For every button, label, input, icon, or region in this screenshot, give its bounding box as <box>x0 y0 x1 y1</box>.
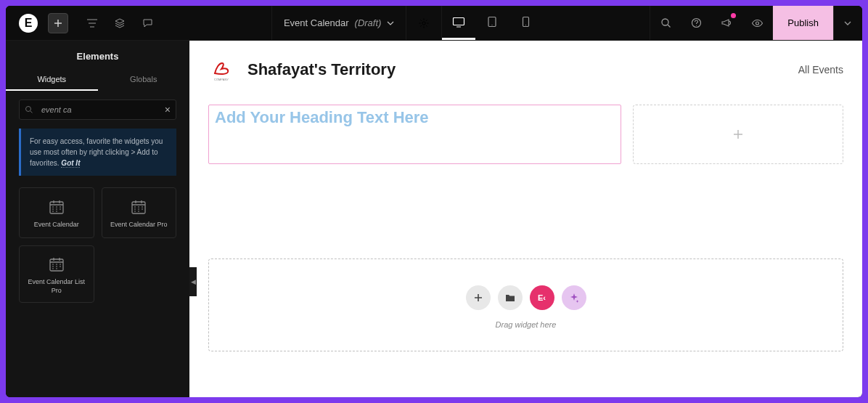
svg-rect-12 <box>50 259 63 271</box>
plus-icon <box>474 293 483 302</box>
device-desktop-tab[interactable] <box>442 6 475 40</box>
device-mobile-tab[interactable] <box>509 6 542 40</box>
svg-point-5 <box>525 25 526 25</box>
megaphone-icon <box>721 17 732 28</box>
site-header: COMPANY Shafayat's Territory All Events <box>208 54 843 83</box>
tablet-icon <box>487 16 497 28</box>
mobile-icon <box>522 16 530 28</box>
svg-rect-11 <box>132 202 145 213</box>
widget-label: Event Calendar Pro <box>110 221 168 229</box>
responsive-tabs <box>442 6 542 40</box>
publish-button[interactable]: Publish <box>772 6 833 40</box>
structure-icon <box>86 18 98 28</box>
help-icon <box>691 17 702 28</box>
svg-point-6 <box>662 19 668 25</box>
drop-hint: Drag widget here <box>496 320 557 329</box>
search-icon <box>660 17 671 28</box>
tip-dismiss-link[interactable]: Got It <box>61 159 80 168</box>
tip-box: For easy access, favorite the widgets yo… <box>19 129 176 176</box>
search-input[interactable] <box>19 99 176 120</box>
svg-point-3 <box>492 25 493 25</box>
elements-sidebar: Elements Widgets Globals × For easy acce… <box>6 41 189 397</box>
elementskit-button[interactable]: E‹ <box>530 285 554 310</box>
eye-icon <box>751 19 763 28</box>
widgets-grid: Event Calendar Event Calendar Pro Event … <box>6 183 189 307</box>
notes-button[interactable] <box>136 13 158 33</box>
topbar-left: E <box>6 13 164 33</box>
sparkle-icon <box>569 293 579 303</box>
chevron-down-icon <box>844 21 851 25</box>
tab-globals[interactable]: Globals <box>98 69 190 91</box>
drop-actions: E‹ <box>466 285 586 310</box>
nav-all-events[interactable]: All Events <box>798 64 843 76</box>
calendar-icon <box>49 199 65 215</box>
elementor-logo[interactable]: E <box>19 14 38 33</box>
preview-button[interactable] <box>742 6 772 40</box>
document-title: Event Calendar <box>284 17 349 28</box>
whats-new-button[interactable] <box>711 6 742 40</box>
site-brand: COMPANY Shafayat's Territory <box>208 57 396 83</box>
document-settings-button[interactable] <box>406 6 442 40</box>
widget-label: Event Calendar <box>34 221 79 229</box>
heading-text: Add Your Heading Text Here <box>215 108 615 127</box>
comment-icon <box>142 18 153 28</box>
canvas-area: COMPANY Shafayat's Territory All Events … <box>189 41 862 397</box>
plus-icon <box>732 129 744 140</box>
publish-options-button[interactable] <box>833 6 862 40</box>
ai-button[interactable] <box>562 285 586 310</box>
heading-widget[interactable]: Add Your Heading Text Here <box>208 105 621 164</box>
calendar-icon <box>49 256 65 272</box>
tab-widgets[interactable]: Widgets <box>6 69 98 91</box>
gear-icon <box>418 17 430 29</box>
folder-icon <box>505 293 515 302</box>
search-wrap: × <box>6 91 189 126</box>
device-tablet-tab[interactable] <box>475 6 509 40</box>
document-status: (Draft) <box>355 17 382 28</box>
svg-text:COMPANY: COMPANY <box>214 78 229 81</box>
canvas-inner: COMPANY Shafayat's Territory All Events … <box>189 41 862 365</box>
structure-button[interactable] <box>81 13 103 33</box>
widget-event-calendar-pro[interactable]: Event Calendar Pro <box>102 187 177 238</box>
clear-search-button[interactable]: × <box>165 104 171 115</box>
widget-event-calendar-list-pro[interactable]: Event Calendar List Pro <box>19 245 94 303</box>
sidebar-tabs: Widgets Globals <box>6 69 189 91</box>
template-library-button[interactable] <box>498 285 523 310</box>
empty-column-add[interactable] <box>633 105 843 164</box>
topbar-center: Event Calendar (Draft) <box>271 6 542 40</box>
calendar-icon <box>131 199 147 215</box>
plus-icon <box>54 19 62 28</box>
notification-dot <box>731 13 736 18</box>
body-wrap: Elements Widgets Globals × For easy acce… <box>6 41 862 397</box>
finder-button[interactable] <box>650 6 681 40</box>
brand-name: Shafayat's Territory <box>247 60 396 79</box>
svg-point-0 <box>422 21 425 24</box>
layers-button[interactable] <box>109 13 131 33</box>
svg-point-9 <box>26 107 31 112</box>
svg-rect-1 <box>454 17 464 25</box>
drop-zone[interactable]: E‹ Drag widget here <box>208 259 843 351</box>
topbar: E Event Calendar (Draft) <box>6 6 862 41</box>
add-element-button[interactable] <box>48 13 68 33</box>
document-title-dropdown[interactable]: Event Calendar (Draft) <box>271 6 406 40</box>
search-icon <box>25 105 33 114</box>
widget-event-calendar[interactable]: Event Calendar <box>19 187 94 238</box>
search-box: × <box>19 99 176 120</box>
layers-icon <box>114 17 126 29</box>
app-root: E Event Calendar (Draft) <box>6 6 862 397</box>
content-row-1: Add Your Heading Text Here <box>208 105 843 164</box>
help-button[interactable] <box>681 6 711 40</box>
topbar-right: Publish <box>650 6 862 40</box>
add-section-button[interactable] <box>466 285 491 310</box>
svg-point-8 <box>756 22 758 25</box>
desktop-icon <box>452 17 465 28</box>
svg-rect-10 <box>50 202 63 213</box>
chevron-down-icon <box>387 21 394 25</box>
sidebar-title: Elements <box>6 41 189 69</box>
widget-label: Event Calendar List Pro <box>24 278 89 295</box>
tip-text: For easy access, favorite the widgets yo… <box>30 137 163 167</box>
brand-logo: COMPANY <box>208 57 234 83</box>
collapse-sidebar-button[interactable]: ◀ <box>189 267 197 296</box>
